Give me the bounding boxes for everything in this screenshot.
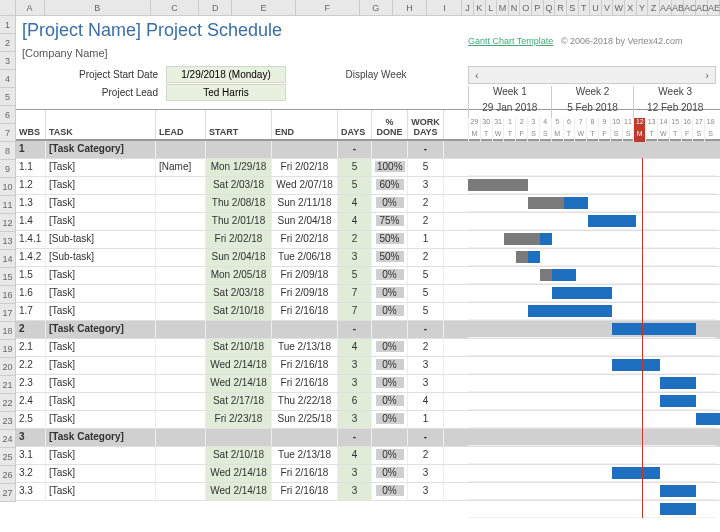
cell-done[interactable]: 60% (372, 177, 408, 194)
cell-start[interactable]: Wed 2/14/18 (206, 465, 272, 482)
cell-wdays[interactable]: 3 (408, 483, 444, 500)
cell-end[interactable]: Sun 2/25/18 (272, 411, 338, 428)
cell-wdays[interactable]: 2 (408, 213, 444, 230)
cell-task[interactable]: [Task] (46, 213, 156, 230)
cell-start[interactable]: Fri 2/23/18 (206, 411, 272, 428)
cell-lead[interactable] (156, 375, 206, 392)
cell-wbs[interactable]: 1.4.2 (16, 249, 46, 266)
cell-task[interactable]: [Task] (46, 447, 156, 464)
cell-lead[interactable] (156, 285, 206, 302)
cell-wbs[interactable]: 1.1 (16, 159, 46, 176)
cell-task[interactable]: [Sub-task] (46, 231, 156, 248)
cell-start[interactable]: Sat 2/10/18 (206, 303, 272, 320)
cell-wbs[interactable]: 1.5 (16, 267, 46, 284)
cell-done[interactable]: 0% (372, 285, 408, 302)
cell-start[interactable]: Thu 2/08/18 (206, 195, 272, 212)
cell-start[interactable] (206, 321, 272, 338)
cell-start[interactable] (206, 429, 272, 446)
cell-end[interactable]: Fri 2/02/18 (272, 231, 338, 248)
gantt-bar[interactable] (528, 305, 612, 317)
cell-start[interactable]: Wed 2/14/18 (206, 375, 272, 392)
cell-wdays[interactable]: 3 (408, 357, 444, 374)
cell-wbs[interactable]: 2.4 (16, 393, 46, 410)
cell-task[interactable]: [Task] (46, 393, 156, 410)
cell-done[interactable]: 0% (372, 375, 408, 392)
cell-end[interactable] (272, 321, 338, 338)
cell-lead[interactable] (156, 357, 206, 374)
project-lead-field[interactable]: Ted Harris (166, 84, 286, 101)
cell-wbs[interactable]: 3.1 (16, 447, 46, 464)
cell-end[interactable]: Tue 2/13/18 (272, 447, 338, 464)
cell-wbs[interactable]: 2.1 (16, 339, 46, 356)
cell-done[interactable]: 50% (372, 231, 408, 248)
cell-lead[interactable] (156, 195, 206, 212)
template-link[interactable]: Gantt Chart Template (468, 36, 553, 46)
gantt-bar[interactable] (504, 233, 540, 245)
cell-days[interactable]: 5 (338, 159, 372, 176)
gantt-bar[interactable] (540, 233, 552, 245)
cell-wbs[interactable]: 1 (16, 141, 46, 158)
cell-done[interactable]: 0% (372, 357, 408, 374)
cell-days[interactable]: 3 (338, 483, 372, 500)
cell-days[interactable]: 3 (338, 357, 372, 374)
cell-task[interactable]: [Task] (46, 339, 156, 356)
cell-done[interactable]: 0% (372, 267, 408, 284)
cell-start[interactable]: Thu 2/01/18 (206, 213, 272, 230)
cell-wdays[interactable]: 2 (408, 249, 444, 266)
cell-done[interactable]: 0% (372, 339, 408, 356)
cell-end[interactable] (272, 141, 338, 158)
cell-task[interactable]: [Task] (46, 465, 156, 482)
cell-days[interactable]: 3 (338, 465, 372, 482)
cell-wbs[interactable]: 1.2 (16, 177, 46, 194)
hdr-end[interactable]: END (272, 110, 338, 139)
cell-task[interactable]: [Task] (46, 267, 156, 284)
cell-wbs[interactable]: 2.5 (16, 411, 46, 428)
cell-wdays[interactable]: - (408, 321, 444, 338)
hdr-start[interactable]: START (206, 110, 272, 139)
cell-lead[interactable] (156, 447, 206, 464)
cell-lead[interactable] (156, 141, 206, 158)
cell-done[interactable]: 100% (372, 159, 408, 176)
cell-end[interactable]: Wed 2/07/18 (272, 177, 338, 194)
cell-wdays[interactable]: - (408, 141, 444, 158)
cell-end[interactable]: Fri 2/02/18 (272, 159, 338, 176)
cell-lead[interactable] (156, 393, 206, 410)
company-name[interactable]: [Company Name] (16, 45, 720, 65)
cell-end[interactable]: Fri 2/16/18 (272, 303, 338, 320)
cell-task[interactable]: [Task] (46, 159, 156, 176)
cell-done[interactable]: 0% (372, 393, 408, 410)
cell-end[interactable]: Sun 2/04/18 (272, 213, 338, 230)
cell-end[interactable] (272, 429, 338, 446)
cell-task[interactable]: [Task Category] (46, 321, 156, 338)
gantt-bar[interactable] (528, 251, 540, 263)
cell-start[interactable]: Wed 2/14/18 (206, 357, 272, 374)
cell-wdays[interactable]: 1 (408, 231, 444, 248)
cell-done[interactable]: 50% (372, 249, 408, 266)
cell-start[interactable]: Sat 2/17/18 (206, 393, 272, 410)
cell-days[interactable]: 5 (338, 267, 372, 284)
cell-days[interactable]: 2 (338, 231, 372, 248)
hdr-days[interactable]: DAYS (338, 110, 372, 139)
cell-days[interactable]: 5 (338, 177, 372, 194)
prev-week-button[interactable]: ‹ (469, 69, 485, 81)
table-row[interactable]: 1[Task Category]-- (16, 141, 720, 159)
cell-days[interactable]: - (338, 141, 372, 158)
gantt-bar[interactable] (696, 413, 720, 425)
cell-wbs[interactable]: 3 (16, 429, 46, 446)
cell-wdays[interactable]: 5 (408, 159, 444, 176)
next-week-button[interactable]: › (699, 69, 715, 81)
gantt-bar[interactable] (612, 467, 660, 479)
cell-start[interactable] (206, 141, 272, 158)
cell-done[interactable]: 0% (372, 303, 408, 320)
cell-wdays[interactable]: 2 (408, 447, 444, 464)
cell-days[interactable]: 3 (338, 249, 372, 266)
cell-wbs[interactable]: 1.7 (16, 303, 46, 320)
cell-wdays[interactable]: 5 (408, 303, 444, 320)
cell-wdays[interactable]: 4 (408, 393, 444, 410)
cell-wbs[interactable]: 3.3 (16, 483, 46, 500)
cell-lead[interactable] (156, 483, 206, 500)
cell-end[interactable]: Fri 2/16/18 (272, 483, 338, 500)
cell-end[interactable]: Sun 2/11/18 (272, 195, 338, 212)
cell-days[interactable]: 4 (338, 447, 372, 464)
cell-wdays[interactable]: 2 (408, 339, 444, 356)
